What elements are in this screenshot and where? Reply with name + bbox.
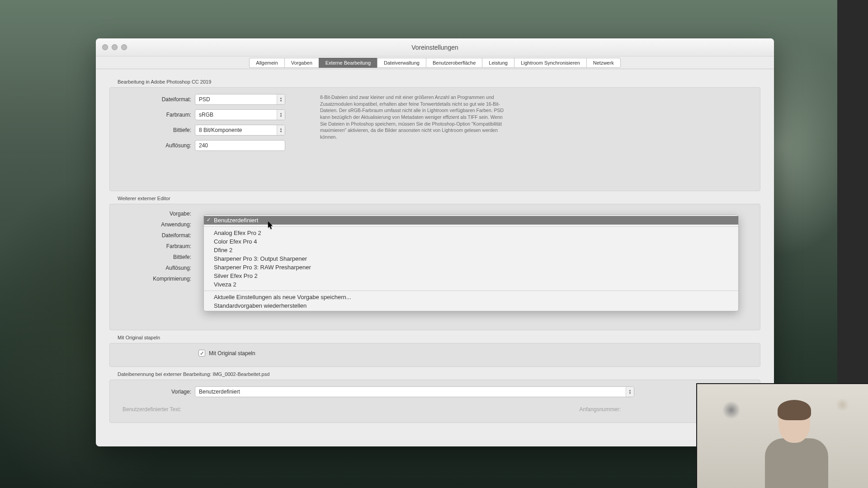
window-title: Voreinstellungen <box>96 44 774 51</box>
dropdown-item[interactable]: Sharpener Pro 3: Output Sharpener <box>204 254 738 263</box>
dropdown-item[interactable]: Standardvorgaben wiederherstellen <box>204 301 738 310</box>
label-start-number: Anfangsnummer: <box>580 406 621 413</box>
select-fileformat[interactable]: PSD ▲▼ <box>195 94 285 105</box>
label-compression: Komprimierung: <box>118 276 195 282</box>
dropdown-item[interactable]: Dfine 2 <box>204 246 738 254</box>
chevron-updown-icon: ▲▼ <box>277 125 285 135</box>
label-colorspace: Farbraum: <box>118 112 195 118</box>
preferences-tabbar: AllgemeinVorgabenExterne BearbeitungDate… <box>96 56 774 69</box>
maximize-icon[interactable] <box>121 44 127 50</box>
dropdown-item-selected[interactable]: Benutzerdefiniert <box>204 216 738 225</box>
label-bitdepth2: Bittiefe: <box>118 254 195 260</box>
checkbox-stack-label: Mit Original stapeln <box>209 350 255 357</box>
close-icon[interactable] <box>102 44 108 50</box>
label-fileformat2: Dateiformat: <box>118 232 195 239</box>
label-preset: Vorgabe: <box>118 211 195 217</box>
select-bitdepth-value: 8 Bit/Komponente <box>199 127 242 133</box>
select-colorspace[interactable]: sRGB ▲▼ <box>195 109 285 120</box>
section-naming-title: Dateibenennung bei externer Bearbeitung:… <box>118 371 760 377</box>
select-fileformat-value: PSD <box>199 96 210 103</box>
label-resolution2: Auflösung: <box>118 265 195 271</box>
section-external-title: Weiterer externer Editor <box>118 196 760 201</box>
chevron-updown-icon: ▲▼ <box>626 387 634 397</box>
dropdown-item[interactable]: Sharpener Pro 3: RAW Presharpener <box>204 263 738 272</box>
select-template-value: Benutzerdefiniert <box>199 389 240 395</box>
select-template[interactable]: Benutzerdefiniert ▲▼ <box>195 386 634 397</box>
dropdown-separator <box>204 226 738 227</box>
titlebar: Voreinstellungen <box>96 38 774 56</box>
dropdown-item[interactable]: Viveza 2 <box>204 280 738 289</box>
tab-externe-bearbeitung[interactable]: Externe Bearbeitung <box>319 58 377 68</box>
preset-dropdown-menu[interactable]: Benutzerdefiniert Analog Efex Pro 2Color… <box>203 215 739 311</box>
minimize-icon[interactable] <box>112 44 118 50</box>
label-bitdepth: Bittiefe: <box>118 127 195 133</box>
section-photoshop-title: Bearbeitung in Adobe Photoshop CC 2019 <box>118 79 760 84</box>
dropdown-item[interactable]: Color Efex Pro 4 <box>204 237 738 246</box>
label-custom-text: Benutzerdefinierter Text: <box>123 406 181 413</box>
label-resolution: Auflösung: <box>118 142 195 149</box>
dropdown-item[interactable]: Silver Efex Pro 2 <box>204 272 738 280</box>
panel-photoshop: Dateiformat: PSD ▲▼ Farbraum: sRGB ▲▼ Bi… <box>109 87 760 191</box>
select-colorspace-value: sRGB <box>199 112 213 118</box>
tab-vorgaben[interactable]: Vorgaben <box>284 58 319 68</box>
checkbox-stack-original[interactable] <box>198 350 205 357</box>
dropdown-item[interactable]: Analog Efex Pro 2 <box>204 229 738 237</box>
tab-allgemein[interactable]: Allgemein <box>249 58 284 68</box>
chevron-updown-icon: ▲▼ <box>277 94 285 104</box>
select-bitdepth[interactable]: 8 Bit/Komponente ▲▼ <box>195 125 285 136</box>
panel-stack: Mit Original stapeln <box>109 343 760 367</box>
panel-naming: Vorlage: Benutzerdefiniert ▲▼ Benutzerde… <box>109 380 760 423</box>
tab-lightroom-synchronisieren[interactable]: Lightroom Synchronisieren <box>514 58 586 68</box>
tab-leistung[interactable]: Leistung <box>482 58 514 68</box>
input-resolution-value: 240 <box>199 142 208 149</box>
info-text-8bit: 8-Bit-Dateien sind zwar kleiner und mit … <box>320 94 505 141</box>
dropdown-item[interactable]: Aktuelle Einstellungen als neue Vorgabe … <box>204 293 738 301</box>
label-colorspace2: Farbraum: <box>118 243 195 249</box>
input-resolution[interactable]: 240 <box>195 140 285 151</box>
tab-benutzeroberfläche[interactable]: Benutzeroberfläche <box>426 58 482 68</box>
label-application: Anwendung: <box>118 221 195 228</box>
label-fileformat: Dateiformat: <box>118 96 195 103</box>
dropdown-separator <box>204 291 738 291</box>
tab-dateiverwaltung[interactable]: Dateiverwaltung <box>377 58 426 68</box>
chevron-updown-icon: ▲▼ <box>277 110 285 120</box>
tab-netzwerk[interactable]: Netzwerk <box>586 58 621 68</box>
label-template: Vorlage: <box>118 389 195 395</box>
webcam-overlay <box>696 383 868 488</box>
section-stack-title: Mit Original stapeln <box>118 335 760 340</box>
